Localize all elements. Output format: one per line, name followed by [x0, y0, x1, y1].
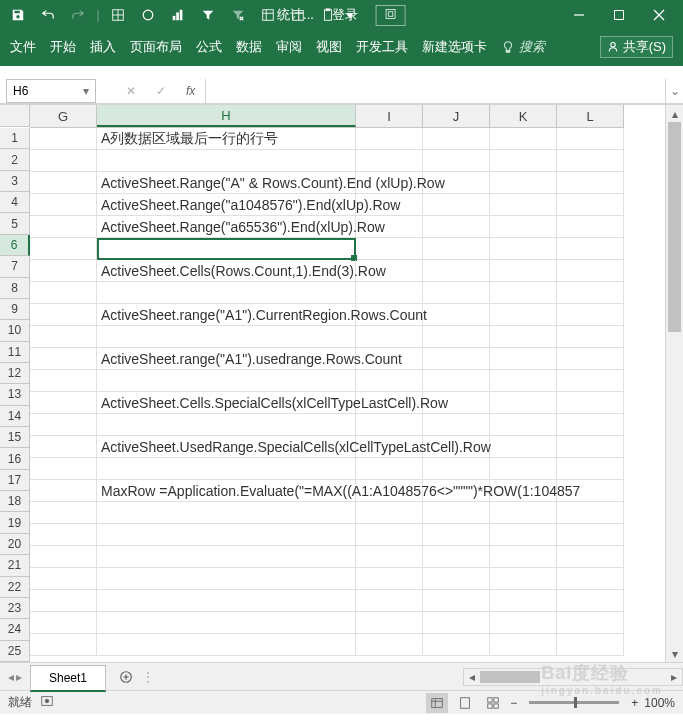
cell-H14[interactable] — [97, 414, 356, 435]
zoom-in-button[interactable]: + — [631, 696, 638, 710]
row-header-7[interactable]: 7 — [0, 256, 30, 277]
confirm-formula-icon[interactable]: ✓ — [156, 84, 166, 98]
scroll-down-icon[interactable]: ▾ — [666, 645, 683, 662]
row-header-18[interactable]: 18 — [0, 491, 30, 512]
row-header-21[interactable]: 21 — [0, 555, 30, 576]
cell-H4[interactable]: ActiveSheet.Range("a1048576").End(xlUp).… — [97, 194, 356, 215]
col-header-j[interactable]: J — [423, 105, 490, 127]
row-header-8[interactable]: 8 — [0, 278, 30, 299]
tell-me[interactable]: 搜索 — [501, 38, 545, 56]
cell-H6[interactable] — [97, 238, 356, 259]
expand-formula-bar-icon[interactable]: ⌄ — [665, 79, 683, 103]
login-button[interactable]: 登录 — [332, 6, 358, 24]
page-break-view-button[interactable] — [482, 693, 504, 713]
row-header-11[interactable]: 11 — [0, 342, 30, 363]
cell-H19[interactable] — [97, 524, 356, 545]
cell-H9[interactable]: ActiveSheet.range("A1").CurrentRegion.Ro… — [97, 304, 356, 325]
cancel-formula-icon[interactable]: ✕ — [126, 84, 136, 98]
hscroll-thumb[interactable] — [480, 671, 540, 683]
tab-dev[interactable]: 开发工具 — [356, 38, 408, 56]
page-layout-view-button[interactable] — [454, 693, 476, 713]
row-header-6[interactable]: 6 — [0, 235, 30, 256]
cell-H8[interactable] — [97, 282, 356, 303]
cell-H2[interactable] — [97, 150, 356, 171]
row-header-22[interactable]: 22 — [0, 577, 30, 598]
borders-icon[interactable] — [104, 2, 132, 28]
cell-H18[interactable] — [97, 502, 356, 523]
select-all-corner[interactable] — [0, 105, 30, 127]
account-box[interactable] — [376, 5, 406, 26]
cell-H11[interactable]: ActiveSheet.range("A1").usedrange.Rows.C… — [97, 348, 356, 369]
formula-bar[interactable] — [205, 79, 665, 103]
row-header-5[interactable]: 5 — [0, 213, 30, 234]
sheet-tab-sheet1[interactable]: Sheet1 — [30, 665, 106, 692]
row-header-23[interactable]: 23 — [0, 598, 30, 619]
cell-H13[interactable]: ActiveSheet.Cells.SpecialCells(xlCellTyp… — [97, 392, 356, 413]
tab-view[interactable]: 视图 — [316, 38, 342, 56]
cell-H10[interactable] — [97, 326, 356, 347]
name-box[interactable]: H6 ▾ — [6, 79, 96, 103]
tab-formulas[interactable]: 公式 — [196, 38, 222, 56]
cell-H24[interactable] — [97, 634, 356, 655]
add-sheet-button[interactable] — [114, 665, 138, 689]
scroll-left-icon[interactable]: ◂ — [464, 670, 480, 684]
horizontal-scrollbar[interactable]: ◂ ▸ — [463, 668, 683, 686]
row-header-17[interactable]: 17 — [0, 470, 30, 491]
cell-H3[interactable]: ActiveSheet.Range("A" & Rows.Count).End … — [97, 172, 356, 193]
tab-layout[interactable]: 页面布局 — [130, 38, 182, 56]
row-header-24[interactable]: 24 — [0, 619, 30, 640]
name-box-dropdown-icon[interactable]: ▾ — [83, 84, 89, 98]
insert-function-button[interactable]: fx — [186, 84, 195, 98]
col-header-g[interactable]: G — [30, 105, 97, 127]
row-header-1[interactable]: 1 — [0, 128, 30, 149]
row-header-2[interactable]: 2 — [0, 149, 30, 170]
cell-H17[interactable]: MaxRow =Application.Evaluate("=MAX((A1:A… — [97, 480, 356, 501]
close-button[interactable] — [639, 2, 679, 28]
col-header-h[interactable]: H — [97, 105, 356, 127]
row-header-13[interactable]: 13 — [0, 384, 30, 405]
circle-icon[interactable] — [134, 2, 162, 28]
scroll-up-icon[interactable]: ▴ — [666, 105, 683, 122]
normal-view-button[interactable] — [426, 693, 448, 713]
cell-H23[interactable] — [97, 612, 356, 633]
row-header-25[interactable]: 25 — [0, 641, 30, 662]
tab-home[interactable]: 开始 — [50, 38, 76, 56]
tab-newtab[interactable]: 新建选项卡 — [422, 38, 487, 56]
cell-H16[interactable] — [97, 458, 356, 479]
filter-icon[interactable] — [194, 2, 222, 28]
col-header-i[interactable]: I — [356, 105, 423, 127]
col-header-l[interactable]: L — [557, 105, 624, 127]
cell-H12[interactable] — [97, 370, 356, 391]
cell-H20[interactable] — [97, 546, 356, 567]
row-header-9[interactable]: 9 — [0, 299, 30, 320]
tab-insert[interactable]: 插入 — [90, 38, 116, 56]
maximize-button[interactable] — [599, 2, 639, 28]
row-header-15[interactable]: 15 — [0, 427, 30, 448]
share-button[interactable]: 共享(S) — [600, 36, 673, 58]
chart-icon[interactable] — [164, 2, 192, 28]
row-header-4[interactable]: 4 — [0, 192, 30, 213]
row-header-3[interactable]: 3 — [0, 171, 30, 192]
vertical-scrollbar[interactable]: ▴ ▾ — [665, 105, 683, 662]
vscroll-thumb[interactable] — [668, 122, 681, 332]
sheet-next-icon[interactable]: ▸ — [16, 670, 22, 684]
row-header-20[interactable]: 20 — [0, 534, 30, 555]
col-header-k[interactable]: K — [490, 105, 557, 127]
zoom-level[interactable]: 100% — [644, 696, 675, 710]
macro-record-icon[interactable] — [40, 694, 54, 711]
row-header-14[interactable]: 14 — [0, 406, 30, 427]
redo-button[interactable] — [64, 2, 92, 28]
zoom-out-button[interactable]: − — [510, 696, 517, 710]
clear-filter-icon[interactable] — [224, 2, 252, 28]
cells-area[interactable]: A列数据区域最后一行的行号 ActiveSheet.Range("A" & Ro… — [30, 128, 624, 662]
row-header-10[interactable]: 10 — [0, 320, 30, 341]
save-button[interactable] — [4, 2, 32, 28]
scroll-right-icon[interactable]: ▸ — [666, 670, 682, 684]
row-header-19[interactable]: 19 — [0, 512, 30, 533]
cell-H21[interactable] — [97, 568, 356, 589]
cell-H1[interactable]: A列数据区域最后一行的行号 — [97, 128, 356, 149]
tab-data[interactable]: 数据 — [236, 38, 262, 56]
cell-H22[interactable] — [97, 590, 356, 611]
cell-H15[interactable]: ActiveSheet.UsedRange.SpecialCells(xlCel… — [97, 436, 356, 457]
cell-H5[interactable]: ActiveSheet.Range("a65536").End(xlUp).Ro… — [97, 216, 356, 237]
